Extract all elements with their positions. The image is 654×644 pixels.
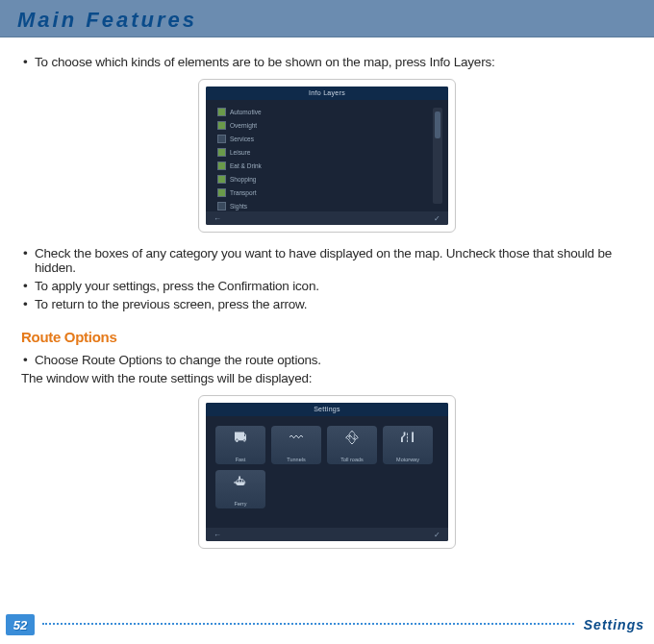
- route-tile[interactable]: ⛴Ferry: [215, 470, 265, 508]
- footer-divider: [42, 623, 574, 625]
- footer-section-label: Settings: [584, 617, 644, 632]
- layer-item[interactable]: Services: [217, 133, 304, 144]
- content-area: •To choose which kinds of elements are t…: [0, 37, 654, 549]
- layers-list: AutomotiveOvernightServicesLeisureEat & …: [217, 106, 304, 213]
- route-tile[interactable]: ⛗Toll roads: [327, 426, 377, 464]
- page-footer: 52 Settings: [0, 613, 654, 636]
- back-icon[interactable]: ←: [214, 214, 221, 223]
- layer-label: Transport: [230, 189, 257, 196]
- bullet-1: •Check the boxes of any category you wan…: [21, 246, 633, 275]
- layer-item[interactable]: Sights: [217, 200, 304, 211]
- route-tile-label: Tunnels: [271, 457, 321, 462]
- layer-item[interactable]: Leisure: [217, 146, 304, 158]
- route-tile-label: Toll roads: [327, 457, 377, 462]
- scrollbar[interactable]: [433, 108, 442, 204]
- route-bullet-text: Choose Route Options to change the route…: [35, 353, 321, 367]
- route-tile-icon: ⛟: [215, 430, 265, 445]
- route-line: The window with the route settings will …: [21, 371, 633, 385]
- route-settings-screenshot: Settings ⛟Fast〰Tunnels⛗Toll roads⛙Motorw…: [198, 395, 456, 549]
- device-title: Info Layers: [206, 87, 448, 100]
- layer-item[interactable]: Shopping: [217, 173, 304, 185]
- device-bottom-bar-2: ← ✓: [206, 528, 448, 541]
- layer-checkbox[interactable]: [217, 188, 226, 197]
- route-options-heading: Route Options: [21, 329, 633, 345]
- layer-label: Sights: [230, 203, 247, 210]
- layer-label: Automotive: [230, 109, 262, 115]
- layer-label: Shopping: [230, 176, 256, 183]
- route-tile-icon: 〰: [271, 430, 321, 445]
- route-bullet: •Choose Route Options to change the rout…: [21, 353, 633, 367]
- bullet-3: •To return to the previous screen, press…: [21, 297, 633, 311]
- route-tile[interactable]: ⛟Fast: [215, 426, 265, 464]
- route-tile-icon: ⛗: [327, 430, 377, 445]
- layer-checkbox[interactable]: [217, 108, 226, 116]
- route-tile[interactable]: ⛙Motorway: [383, 426, 433, 464]
- back-icon[interactable]: ←: [214, 531, 221, 539]
- route-tile-icon: ⛙: [383, 430, 433, 445]
- device-screen-2: Settings ⛟Fast〰Tunnels⛗Toll roads⛙Motorw…: [206, 403, 448, 541]
- layer-checkbox[interactable]: [217, 202, 226, 211]
- route-tile-icon: ⛴: [215, 474, 265, 489]
- route-tile-label: Fast: [215, 457, 265, 462]
- device-title-2: Settings: [206, 403, 448, 416]
- device-screen: Info Layers AutomotiveOvernightServicesL…: [206, 87, 448, 225]
- intro-bullet-text: To choose which kinds of elements are to…: [35, 55, 495, 69]
- bullet-1-text: Check the boxes of any category you want…: [35, 246, 612, 275]
- layer-item[interactable]: Automotive: [217, 106, 304, 117]
- route-tile[interactable]: 〰Tunnels: [271, 426, 321, 464]
- layer-item[interactable]: Eat & Drink: [217, 160, 304, 171]
- confirm-icon[interactable]: ✓: [434, 214, 440, 223]
- layer-item[interactable]: Overnight: [217, 119, 304, 131]
- bullet-2: •To apply your settings, press the Confi…: [21, 279, 633, 293]
- layer-label: Overnight: [230, 122, 257, 129]
- route-tile-label: Motorway: [383, 457, 433, 462]
- intro-bullet: •To choose which kinds of elements are t…: [21, 55, 633, 69]
- header-bar: Main Features: [0, 0, 654, 37]
- layer-item[interactable]: Transport: [217, 186, 304, 198]
- confirm-icon[interactable]: ✓: [434, 531, 440, 539]
- layer-checkbox[interactable]: [217, 135, 226, 143]
- layer-checkbox[interactable]: [217, 161, 226, 170]
- bullet-2-text: To apply your settings, press the Confir…: [35, 279, 319, 293]
- layer-label: Services: [230, 136, 254, 142]
- info-layers-screenshot: Info Layers AutomotiveOvernightServicesL…: [198, 79, 456, 233]
- layer-label: Leisure: [230, 149, 250, 156]
- layer-label: Eat & Drink: [230, 162, 262, 169]
- page-title: Main Features: [17, 8, 637, 33]
- route-grid: ⛟Fast〰Tunnels⛗Toll roads⛙Motorway⛴Ferry: [215, 426, 433, 508]
- layer-checkbox[interactable]: [217, 175, 226, 184]
- bullet-3-text: To return to the previous screen, press …: [35, 297, 307, 311]
- layer-checkbox[interactable]: [217, 121, 226, 130]
- device-bottom-bar: ← ✓: [206, 211, 448, 225]
- route-tile-label: Ferry: [215, 501, 265, 507]
- page-number-badge: 52: [6, 614, 35, 635]
- layer-checkbox[interactable]: [217, 148, 226, 157]
